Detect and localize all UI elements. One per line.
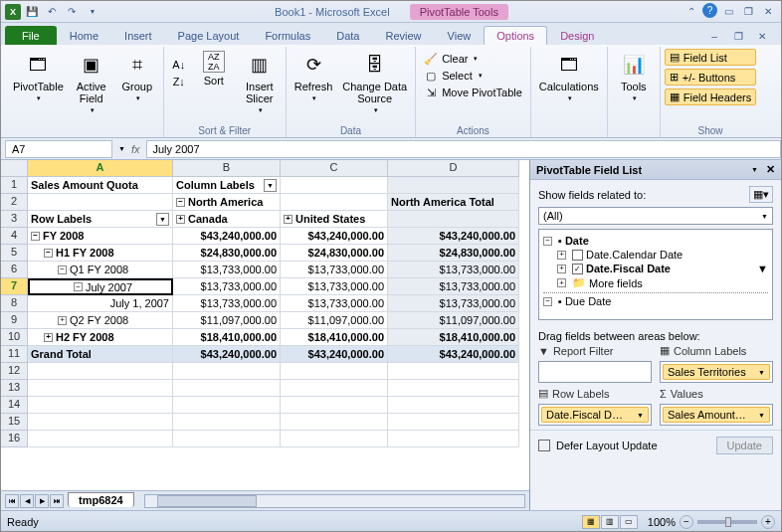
cell[interactable]: $13,733,000.00 [388,278,519,295]
cell[interactable]: $13,733,000.00 [388,262,519,278]
cell[interactable]: $18,410,000.00 [388,329,519,346]
minimize-ribbon-icon[interactable]: ⌃ [683,3,700,21]
zoom-out-icon[interactable]: − [680,515,693,529]
mdi-close-icon[interactable]: ✕ [753,27,771,45]
cell[interactable] [28,363,173,380]
cell[interactable]: +Q2 FY 2008 [28,312,173,329]
cell[interactable]: Sales Amount Quota [28,177,173,194]
defer-checkbox[interactable] [538,440,550,451]
cell[interactable] [388,211,519,228]
restore-icon[interactable]: ❐ [739,3,757,21]
qat-customize-icon[interactable]: ▼ [83,3,100,21]
zoom-thumb[interactable] [725,517,731,527]
row-header[interactable]: 11 [1,346,28,363]
cell[interactable]: $43,240,000.00 [281,228,388,245]
filter-icon[interactable]: ▼ [264,179,277,192]
row-header[interactable]: 9 [1,312,28,329]
cell[interactable] [388,397,519,414]
cell[interactable]: $13,733,000.00 [173,262,281,278]
cell[interactable]: $43,240,000.00 [388,228,519,245]
cell[interactable] [28,414,173,431]
clear-button[interactable]: 🧹Clear▾ [420,51,526,67]
cell[interactable]: +Canada [173,211,281,228]
layout-options-icon[interactable]: ▦▾ [749,186,773,203]
cell[interactable]: $18,410,000.00 [281,329,388,346]
select-all-corner[interactable] [1,160,28,177]
sort-desc-button[interactable]: Z↓ [168,74,190,89]
col-header-c[interactable]: C [281,160,388,177]
pm-buttons-toggle[interactable]: ⊞+/- Buttons [665,69,756,86]
row-header[interactable]: 14 [1,397,28,414]
cell[interactable]: Row Labels▼ [28,211,173,228]
row-header[interactable]: 6 [1,262,28,278]
horizontal-scrollbar[interactable] [144,494,525,508]
redo-icon[interactable]: ↷ [63,3,81,21]
cell[interactable] [281,177,388,194]
collapse-icon[interactable]: − [543,237,552,246]
tab-review[interactable]: Review [372,26,434,45]
row-header[interactable]: 13 [1,380,28,397]
row-header[interactable]: 7 [1,278,28,295]
page-break-view-icon[interactable]: ▭ [620,515,638,529]
tab-insert[interactable]: Insert [111,26,165,45]
cell[interactable] [28,380,173,397]
expand-icon[interactable]: + [284,215,293,224]
cell[interactable] [28,431,173,447]
selected-cell[interactable]: −July 2007 [28,278,173,295]
col-header-d[interactable]: D [388,160,519,177]
tab-file[interactable]: File [5,26,57,45]
row-header[interactable]: 8 [1,295,28,312]
cell[interactable]: $43,240,000.00 [281,346,388,363]
cell[interactable]: Grand Total [28,346,173,363]
cell[interactable] [388,363,519,380]
cell[interactable]: −FY 2008 [28,228,173,245]
cell[interactable]: $43,240,000.00 [388,346,519,363]
cell[interactable] [388,414,519,431]
cell[interactable] [173,431,281,447]
save-icon[interactable]: 💾 [23,3,41,21]
cell[interactable]: Column Labels▼ [173,177,281,194]
cell[interactable]: $11,097,000.00 [388,312,519,329]
name-box[interactable]: A7 [5,140,112,158]
expand-icon[interactable]: + [176,215,185,224]
cell[interactable] [281,431,388,447]
refresh-button[interactable]: ⟳Refresh▾ [291,49,337,104]
cell[interactable]: $13,733,000.00 [388,295,519,312]
fx-icon[interactable]: fx [125,143,146,155]
pane-menu-icon[interactable]: ▼ [751,166,758,173]
cell[interactable]: $11,097,000.00 [281,312,388,329]
minimize-icon[interactable]: ▭ [719,3,737,21]
name-box-dropdown-icon[interactable]: ▼ [118,145,125,152]
cell[interactable]: $13,733,000.00 [281,278,388,295]
expand-icon[interactable]: + [58,316,67,325]
undo-icon[interactable]: ↶ [43,3,61,21]
move-pivottable-button[interactable]: ⇲Move PivotTable [420,85,526,100]
cell[interactable]: $43,240,000.00 [173,346,281,363]
group-button[interactable]: ⌗Group▾ [115,49,159,104]
tab-data[interactable]: Data [323,26,372,45]
scrollbar-thumb[interactable] [157,495,257,507]
related-table-combo[interactable]: (All)▼ [538,207,773,225]
tree-node-calendar[interactable]: Date.Calendar Date [586,249,683,261]
cell[interactable]: −H1 FY 2008 [28,245,173,262]
cell[interactable] [388,380,519,397]
tab-options[interactable]: Options [484,26,547,45]
area-row-labels[interactable]: Date.Fiscal D…▼ [538,404,652,426]
zoom-in-icon[interactable]: + [761,515,775,529]
calculations-button[interactable]: 🗔Calculations▾ [535,49,603,104]
zoom-level[interactable]: 100% [648,516,676,528]
tab-view[interactable]: View [435,26,485,45]
first-sheet-icon[interactable]: ⏮ [5,494,19,508]
cell[interactable]: North America Total [388,194,519,211]
cell[interactable]: $13,733,000.00 [281,262,388,278]
next-sheet-icon[interactable]: ▶ [35,494,49,508]
row-header[interactable]: 16 [1,431,28,447]
excel-app-icon[interactable]: X [5,4,21,20]
row-header[interactable]: 12 [1,363,28,380]
expand-icon[interactable]: + [557,265,566,273]
cell[interactable]: $13,733,000.00 [173,278,281,295]
collapse-icon[interactable]: − [176,198,185,207]
tree-node-fiscal[interactable]: Date.Fiscal Date [586,263,671,274]
cell[interactable] [281,414,388,431]
sheet-tab[interactable]: tmp6824 [68,492,134,507]
